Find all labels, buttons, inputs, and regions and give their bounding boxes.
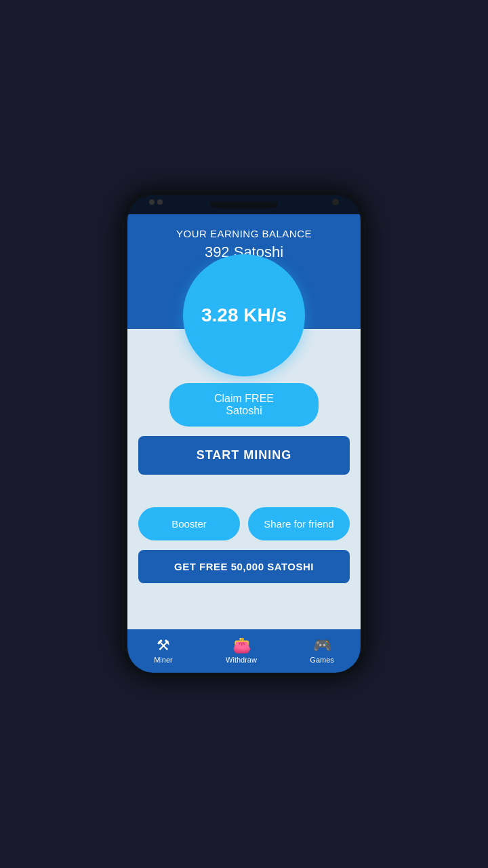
status-bar (127, 195, 361, 214)
claim-free-satoshi-button[interactable]: Claim FREE Satoshi (169, 383, 319, 427)
phone-frame: YOUR EARNING BALANCE 392 Satoshi 3.28 KH… (122, 190, 366, 678)
mining-speed-value: 3.28 KH/s (201, 304, 287, 326)
camera-icon (332, 199, 339, 205)
top-section: YOUR EARNING BALANCE 392 Satoshi 3.28 KH… (127, 214, 361, 329)
get-free-satoshi-button[interactable]: GET FREE 50,000 SATOSHI (138, 550, 350, 583)
earning-balance-label: YOUR EARNING BALANCE (176, 228, 312, 239)
phone-screen: YOUR EARNING BALANCE 392 Satoshi 3.28 KH… (127, 195, 361, 673)
status-bar-notch (210, 201, 278, 208)
nav-item-miner[interactable]: ⚒ Miner (154, 638, 173, 664)
withdraw-label: Withdraw (226, 656, 257, 664)
nav-item-games[interactable]: 🎮 Games (310, 638, 333, 664)
status-dot-1 (149, 199, 155, 205)
games-icon: 🎮 (313, 638, 331, 653)
status-dot-2 (157, 199, 163, 205)
games-label: Games (310, 656, 333, 664)
spacer (138, 484, 350, 498)
start-mining-button[interactable]: START MINING (138, 436, 350, 475)
share-for-friend-button[interactable]: Share for friend (248, 507, 350, 540)
miner-label: Miner (154, 656, 173, 664)
row-buttons: Booster Share for friend (138, 507, 350, 540)
booster-button[interactable]: Booster (138, 507, 240, 540)
app-content: YOUR EARNING BALANCE 392 Satoshi 3.28 KH… (127, 214, 361, 673)
withdraw-icon: 👛 (232, 638, 251, 653)
nav-item-withdraw[interactable]: 👛 Withdraw (226, 638, 257, 664)
miner-icon: ⚒ (157, 638, 170, 653)
mining-speed-circle: 3.28 KH/s (183, 254, 305, 376)
status-bar-dots (149, 199, 163, 205)
bottom-navigation: ⚒ Miner 👛 Withdraw 🎮 Games (127, 629, 361, 673)
